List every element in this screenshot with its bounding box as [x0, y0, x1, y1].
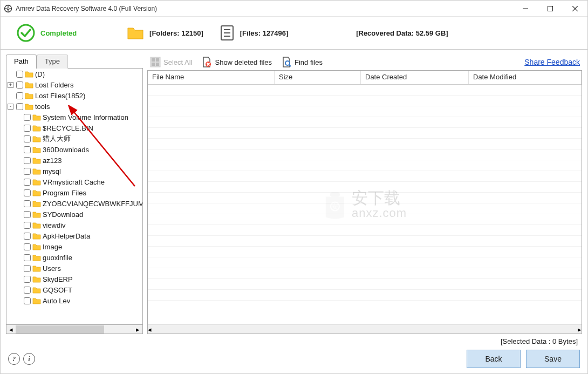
scroll-left-icon[interactable]: ◂	[6, 325, 16, 334]
svg-rect-17	[156, 58, 159, 62]
tree-item[interactable]: ZYOBCVIANQECWBWKFFJUMX	[6, 198, 142, 209]
save-button[interactable]: Save	[526, 350, 580, 368]
tree-item-label: viewdiv	[43, 221, 66, 229]
grid-row	[148, 225, 582, 236]
tree-item[interactable]: 猎人大师	[6, 133, 142, 144]
column-file-name[interactable]: File Name	[148, 71, 275, 84]
tree-item-checkbox[interactable]	[24, 189, 31, 196]
tree-item-label: $RECYCLE.BIN	[43, 124, 93, 132]
tree-horizontal-scrollbar[interactable]: ◂ ▸	[6, 325, 143, 334]
scroll-left-icon[interactable]: ◂	[148, 325, 152, 334]
tree-item[interactable]: System Volume Information	[6, 112, 142, 123]
files-stat: [Files: 127496]	[220, 25, 289, 41]
folder-icon	[127, 26, 144, 40]
tree-item-label: SYDownload	[43, 210, 83, 219]
tree-item-checkbox[interactable]	[24, 135, 31, 142]
share-feedback-link[interactable]: Share Feedback	[524, 58, 580, 66]
tree-item[interactable]: 360Downloads	[6, 144, 142, 155]
select-all-label: Select All	[163, 58, 192, 66]
tree-item-checkbox[interactable]	[24, 297, 31, 304]
tree-item[interactable]: $RECYCLE.BIN	[6, 123, 142, 133]
tree-expander-icon[interactable]: +	[8, 82, 13, 88]
grid-row	[148, 193, 582, 203]
tree-item-checkbox[interactable]	[24, 179, 31, 186]
folder-tree[interactable]: (D)+Lost FoldersLost Files(1852)-toolsSy…	[6, 68, 143, 325]
scroll-right-icon[interactable]: ▸	[578, 325, 582, 334]
help-button[interactable]: ?	[8, 353, 20, 365]
tree-item-label: Image	[43, 243, 62, 251]
tree-item-checkbox[interactable]	[24, 146, 31, 153]
grid-row	[148, 214, 582, 225]
folders-stat: [Folders: 12150]	[127, 26, 203, 40]
minimize-button[interactable]	[513, 1, 538, 17]
tree-item-checkbox[interactable]	[24, 233, 31, 240]
find-files-button[interactable]: Find files	[281, 56, 323, 68]
tree-item[interactable]: Auto Lev	[6, 295, 142, 306]
grid-row	[148, 85, 582, 96]
grid-row	[148, 247, 582, 257]
tree-item-checkbox[interactable]	[16, 71, 23, 78]
recovered-stat: [Recovered Data: 52.59 GB]	[356, 29, 448, 37]
tab-path[interactable]: Path	[6, 55, 37, 69]
show-deleted-button[interactable]: Show deleted files	[201, 56, 272, 68]
tree-item[interactable]: SkydERP	[6, 274, 142, 284]
grid-body[interactable]: 安 安下载 anxz.com	[148, 85, 582, 324]
maximize-button[interactable]	[538, 1, 563, 17]
back-button[interactable]: Back	[467, 350, 521, 368]
tree-expander-icon[interactable]: -	[8, 104, 13, 110]
tree-item[interactable]: mysql	[6, 166, 142, 176]
tree-item[interactable]: +Lost Folders	[6, 79, 142, 90]
column-size[interactable]: Size	[275, 71, 361, 84]
tree-item[interactable]: ApkHelperData	[6, 230, 142, 241]
tree-item[interactable]: GQSOFT	[6, 284, 142, 295]
close-button[interactable]	[563, 1, 587, 17]
tree-item-checkbox[interactable]	[16, 92, 23, 99]
grid-row	[148, 96, 582, 106]
column-date-modified[interactable]: Date Modified	[469, 71, 582, 84]
tree-item-checkbox[interactable]	[24, 254, 31, 261]
tab-type[interactable]: Type	[37, 55, 68, 69]
tree-item-label: GQSOFT	[43, 286, 72, 294]
tree-item-checkbox[interactable]	[24, 125, 31, 132]
tree-item-label: Program Files	[43, 189, 86, 197]
tree-item-checkbox[interactable]	[16, 103, 23, 110]
tree-item[interactable]: Program Files	[6, 187, 142, 198]
scroll-right-icon[interactable]: ▸	[133, 325, 142, 334]
tree-item-checkbox[interactable]	[24, 114, 31, 121]
tree-item[interactable]: SYDownload	[6, 209, 142, 220]
info-button[interactable]: i	[23, 353, 35, 365]
tree-item-checkbox[interactable]	[24, 157, 31, 164]
tree-item-checkbox[interactable]	[24, 243, 31, 250]
tree-item-checkbox[interactable]	[24, 276, 31, 283]
file-list-panel: Select All Show deleted files Find files…	[147, 54, 582, 334]
tree-item-checkbox[interactable]	[24, 168, 31, 175]
tree-item[interactable]: (D)	[6, 69, 142, 79]
recovered-label: [Recovered Data: 52.59 GB]	[356, 29, 448, 37]
grid-row	[148, 128, 582, 139]
tree-item-checkbox[interactable]	[24, 211, 31, 218]
show-deleted-label: Show deleted files	[215, 58, 272, 66]
tree-item-checkbox[interactable]	[24, 222, 31, 229]
tree-item[interactable]: Lost Files(1852)	[6, 90, 142, 101]
grid-row	[148, 139, 582, 149]
tree-item[interactable]: Users	[6, 263, 142, 274]
grid-horizontal-scrollbar[interactable]: ◂ ▸	[148, 324, 582, 334]
grid-row	[148, 106, 582, 117]
scroll-thumb[interactable]	[16, 325, 104, 334]
window-titlebar: Amrev Data Recovery Software 4.0 (Full V…	[1, 1, 587, 17]
tree-item[interactable]: az123	[6, 155, 142, 166]
grid-row	[148, 182, 582, 193]
tree-item-checkbox[interactable]	[16, 81, 23, 89]
tree-item[interactable]: viewdiv	[6, 220, 142, 230]
tree-item[interactable]: Image	[6, 241, 142, 252]
tree-item[interactable]: VRmysticraft Cache	[6, 176, 142, 187]
selected-data-label: [Selected Data : 0 Bytes]	[8, 337, 580, 345]
tree-item-checkbox[interactable]	[24, 287, 31, 294]
tree-item[interactable]: guoxinfile	[6, 252, 142, 263]
tree-item-checkbox[interactable]	[24, 200, 31, 207]
tree-item-checkbox[interactable]	[24, 265, 31, 272]
column-date-created[interactable]: Date Created	[361, 71, 469, 84]
tree-item-label: VRmysticraft Cache	[43, 178, 105, 186]
grid-row	[148, 117, 582, 128]
tree-item[interactable]: -tools	[6, 101, 142, 112]
